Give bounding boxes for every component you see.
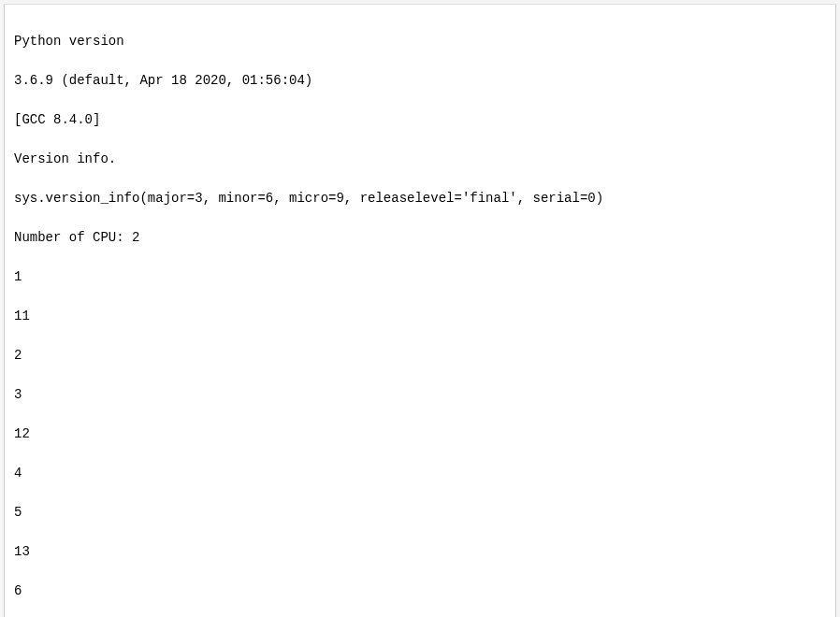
output-value: 6 [14,581,826,601]
output-value: 1 [14,267,826,287]
output-line-sys-version-info: sys.version_info(major=3, minor=6, micro… [14,189,826,208]
output-value: 13 [14,542,826,562]
output-value: 4 [14,464,826,483]
output-value: 2 [14,346,826,366]
output-line-gcc-version: [GCC 8.4.0] [14,110,826,130]
output-line-version-info-label: Version info. [14,150,826,169]
output-line-cpu-count: Number of CPU: 2 [14,228,826,248]
output-value: 5 [14,503,826,523]
output-line-python-version-label: Python version [14,32,826,51]
output-value: 3 [14,385,826,405]
output-value: 12 [14,424,826,444]
output-value: 11 [14,307,826,326]
console-output-panel: Python version 3.6.9 (default, Apr 18 20… [4,4,836,617]
output-line-python-version: 3.6.9 (default, Apr 18 2020, 01:56:04) [14,71,826,91]
